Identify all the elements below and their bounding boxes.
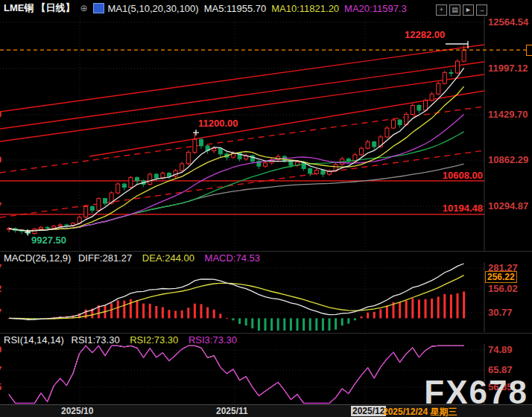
clipped-axis-label: 2 <box>0 283 1 294</box>
high-marker-label: 12282.00 <box>405 29 445 40</box>
macd-axis-label: 30.77 <box>488 307 513 318</box>
price-axis-label: 10294.87 <box>488 200 528 211</box>
add-indicator-icon[interactable]: ⊕ <box>80 3 87 13</box>
main-candlestick-chart[interactable] <box>0 16 532 251</box>
indicator-settings-icon[interactable] <box>93 3 104 13</box>
ma10-value-label: MA10:11821.20 <box>271 3 339 14</box>
local-high-marker-label: 11200.00 <box>198 118 238 129</box>
clipped-axis-label: 9 <box>0 154 1 165</box>
price-axis-label: 12564.54 <box>488 16 528 28</box>
period-label: 【日线】 <box>36 1 75 15</box>
chart-toolbar: +▤►→ <box>436 4 487 16</box>
time-axis-label: 2025/11 <box>216 406 248 416</box>
macd-current-value-badge: 256.22 <box>485 271 517 283</box>
time-axis-label: 2025/10 <box>61 406 93 416</box>
trading-chart-window: LME铜 【日线】 ⊕ MA1(5,10,20,30,100) MA5:1195… <box>0 0 532 417</box>
export-icon[interactable]: → <box>476 4 487 16</box>
panel-separator-2 <box>0 333 532 334</box>
clipped-axis-label: 7 <box>0 364 1 375</box>
panel-separator <box>0 251 532 252</box>
pan-crosshair-icon[interactable]: + <box>436 4 447 16</box>
price-axis-label: 10862.29 <box>488 154 528 165</box>
macd-panel-chart[interactable] <box>0 262 532 332</box>
indicator-window-icon[interactable]: ▤ <box>449 4 460 16</box>
price-axis-label: 11997.12 <box>488 63 528 74</box>
instrument-title: LME铜 <box>4 1 34 15</box>
price-level-label: 10194.48 <box>443 203 483 214</box>
clipped-axis-label: 7 <box>0 307 1 318</box>
clipped-axis-label: 5 <box>0 381 1 392</box>
clipped-axis-label: 7 <box>0 200 1 211</box>
macd-axis-label: 156.02 <box>488 283 518 294</box>
clipped-axis-label: 7 <box>0 262 1 273</box>
ma-settings-label: MA1(5,10,20,30,100) <box>108 3 199 14</box>
price-level-label: 10608.00 <box>443 170 483 181</box>
clipped-axis-label: 0 <box>0 109 1 120</box>
watermark-logo: FX678 <box>424 376 528 409</box>
rsi-axis-label: 74.89 <box>488 344 513 355</box>
ma20-value-label: MA20:11597.3 <box>344 3 407 14</box>
price-axis-label: 11429.70 <box>488 109 528 120</box>
chart-flag-icon[interactable]: ► <box>463 4 474 16</box>
clipped-axis-label: 9 <box>0 344 1 355</box>
ma5-value-label: MA5:11955.70 <box>204 3 267 14</box>
low-marker-label: 9927.50 <box>31 235 66 246</box>
current-price-label-clipped <box>526 45 532 56</box>
time-axis-label: 2025/12 <box>351 406 386 416</box>
